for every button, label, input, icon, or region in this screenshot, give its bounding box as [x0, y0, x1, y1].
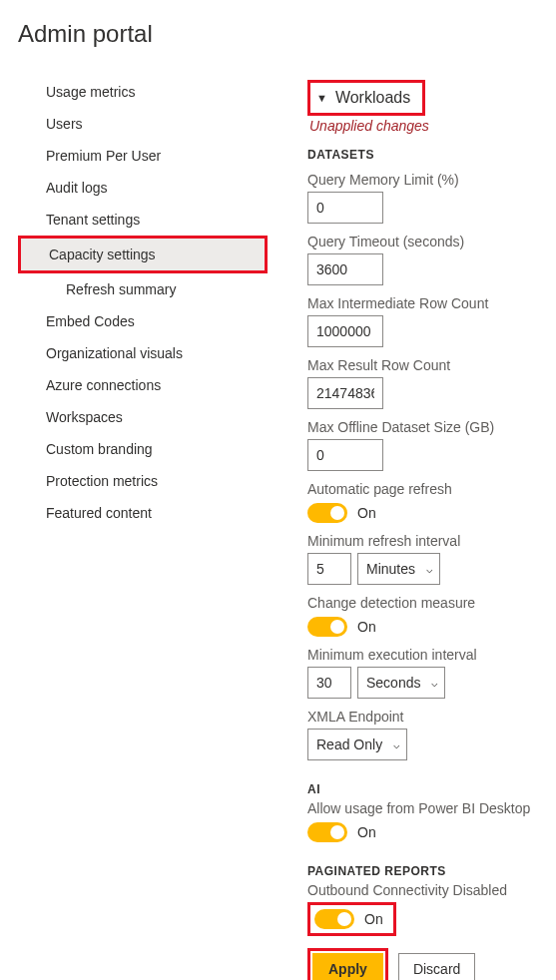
paginated-reports-heading: PAGINATED REPORTS [307, 864, 556, 878]
minimum-execution-interval-label: Minimum execution interval [307, 647, 556, 663]
outbound-connectivity-label: Outbound Connectivity Disabled [307, 882, 556, 898]
minimum-execution-interval-input[interactable] [307, 667, 351, 699]
max-offline-dataset-size-label: Max Offline Dataset Size (GB) [307, 419, 556, 435]
max-intermediate-row-count-label: Max Intermediate Row Count [307, 295, 556, 311]
sidebar-sub-refresh-summary[interactable]: Refresh summary [18, 273, 268, 305]
query-memory-limit-input[interactable] [307, 192, 383, 224]
datasets-heading: DATASETS [307, 148, 556, 162]
sidebar-item-usage-metrics[interactable]: Usage metrics [18, 76, 268, 108]
query-memory-limit-label: Query Memory Limit (%) [307, 172, 556, 188]
discard-button[interactable]: Discard [398, 953, 475, 980]
automatic-page-refresh-state: On [357, 505, 376, 521]
sidebar-item-audit-logs[interactable]: Audit logs [18, 172, 268, 204]
highlight-capacity-settings: Capacity settings [18, 236, 268, 273]
ai-allow-usage-state: On [357, 824, 376, 840]
highlight-workloads: ▼ Workloads [307, 80, 425, 116]
outbound-connectivity-toggle[interactable] [314, 909, 354, 929]
ai-allow-usage-toggle[interactable] [307, 822, 347, 842]
unapplied-changes-label: Unapplied changes [309, 118, 556, 134]
sidebar-item-organizational-visuals[interactable]: Organizational visuals [18, 337, 268, 369]
minimum-refresh-interval-unit-value: Minutes [366, 561, 415, 577]
sidebar-item-premium-per-user[interactable]: Premium Per User [18, 140, 268, 172]
triangle-down-icon: ▼ [316, 92, 327, 104]
sidebar-item-protection-metrics[interactable]: Protection metrics [18, 465, 268, 497]
page-title: Admin portal [18, 20, 556, 48]
sidebar-item-featured-content[interactable]: Featured content [18, 497, 268, 529]
query-timeout-label: Query Timeout (seconds) [307, 234, 556, 249]
outbound-connectivity-state: On [364, 911, 383, 927]
automatic-page-refresh-toggle[interactable] [307, 503, 347, 523]
sidebar-item-embed-codes[interactable]: Embed Codes [18, 305, 268, 337]
query-timeout-input[interactable] [307, 253, 383, 285]
minimum-execution-interval-unit-select[interactable]: Seconds ⌵ [357, 667, 445, 699]
minimum-refresh-interval-label: Minimum refresh interval [307, 533, 556, 549]
sidebar-item-azure-connections[interactable]: Azure connections [18, 369, 268, 401]
chevron-down-icon: ⌵ [393, 738, 400, 751]
main-content: ▼ Workloads Unapplied changes DATASETS Q… [307, 76, 556, 980]
minimum-refresh-interval-unit-select[interactable]: Minutes ⌵ [357, 553, 440, 585]
change-detection-measure-state: On [357, 619, 376, 635]
change-detection-measure-toggle[interactable] [307, 617, 347, 637]
sidebar-item-workspaces[interactable]: Workspaces [18, 401, 268, 433]
sidebar: Usage metrics Users Premium Per User Aud… [18, 76, 268, 980]
sidebar-item-custom-branding[interactable]: Custom branding [18, 433, 268, 465]
chevron-down-icon: ⌵ [431, 677, 438, 690]
xmla-endpoint-select[interactable]: Read Only ⌵ [307, 729, 407, 760]
minimum-refresh-interval-input[interactable] [307, 553, 351, 585]
max-result-row-count-input[interactable] [307, 377, 383, 409]
xmla-endpoint-value: Read Only [316, 736, 382, 752]
apply-button[interactable]: Apply [312, 953, 383, 980]
minimum-execution-interval-unit-value: Seconds [366, 675, 420, 691]
ai-allow-usage-label: Allow usage from Power BI Desktop [307, 800, 556, 816]
sidebar-item-users[interactable]: Users [18, 108, 268, 140]
chevron-down-icon: ⌵ [426, 563, 433, 576]
ai-heading: AI [307, 782, 556, 796]
max-offline-dataset-size-input[interactable] [307, 439, 383, 471]
change-detection-measure-label: Change detection measure [307, 595, 556, 611]
sidebar-item-tenant-settings[interactable]: Tenant settings [18, 204, 268, 236]
workloads-title: Workloads [335, 89, 410, 107]
sidebar-item-capacity-settings[interactable]: Capacity settings [21, 239, 265, 270]
xmla-endpoint-label: XMLA Endpoint [307, 709, 556, 725]
max-result-row-count-label: Max Result Row Count [307, 357, 556, 373]
highlight-apply: Apply [307, 948, 388, 980]
highlight-outbound-toggle: On [307, 902, 396, 936]
workloads-header[interactable]: ▼ Workloads [312, 85, 420, 111]
max-intermediate-row-count-input[interactable] [307, 315, 383, 347]
automatic-page-refresh-label: Automatic page refresh [307, 481, 556, 497]
